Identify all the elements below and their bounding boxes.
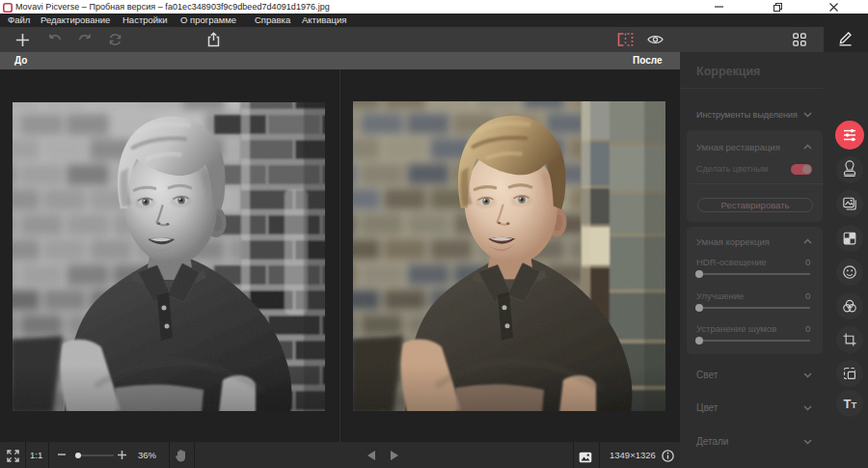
svg-text:T: T — [844, 397, 852, 411]
svg-text:T: T — [852, 399, 857, 410]
